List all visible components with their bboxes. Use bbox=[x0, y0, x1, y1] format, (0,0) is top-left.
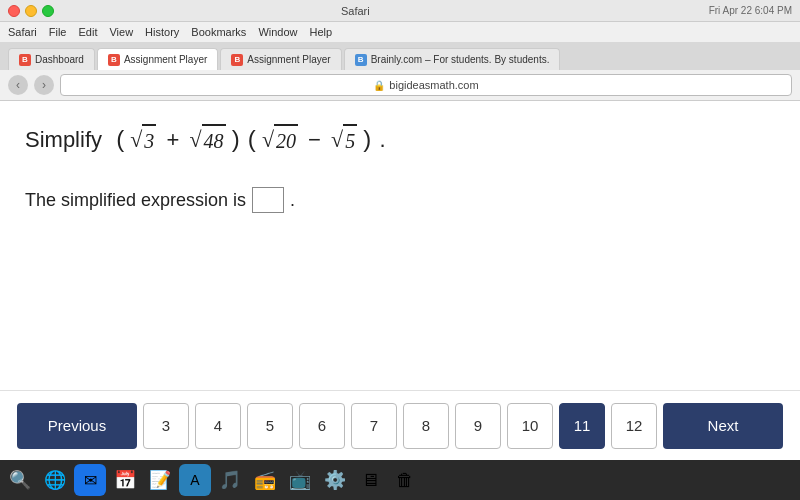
tab-assignment-1[interactable]: B Assignment Player bbox=[97, 48, 218, 70]
title-bar: Safari Fri Apr 22 6:04 PM bbox=[0, 0, 800, 22]
dock-trash[interactable]: 🗑 bbox=[389, 464, 421, 496]
back-button[interactable]: ‹ bbox=[8, 75, 28, 95]
menu-edit[interactable]: Edit bbox=[78, 26, 97, 38]
address-bar-row: ‹ › 🔒 bigideasmath.com bbox=[0, 70, 800, 100]
menu-bookmarks[interactable]: Bookmarks bbox=[191, 26, 246, 38]
next-button[interactable]: Next bbox=[663, 403, 783, 449]
page-btn-9[interactable]: 9 bbox=[455, 403, 501, 449]
previous-button[interactable]: Previous bbox=[17, 403, 137, 449]
dock: 🔍 🌐 ✉ 📅 📝 A 🎵 📻 📺 ⚙️ 🖥 🗑 bbox=[0, 460, 800, 500]
tab-label-dashboard: Dashboard bbox=[35, 54, 84, 65]
problem-statement: Simplify ( √3 + √48 ) ( √20 − √5 ) . bbox=[25, 121, 775, 157]
tab-label-assignment-2: Assignment Player bbox=[247, 54, 330, 65]
tab-assignment-2[interactable]: B Assignment Player bbox=[220, 48, 341, 70]
answer-input[interactable] bbox=[252, 187, 284, 213]
dock-finder[interactable]: 🔍 bbox=[4, 464, 36, 496]
menu-bar-icons: Fri Apr 22 6:04 PM bbox=[709, 5, 792, 16]
tab-label-brainly: Brainly.com – For students. By students. bbox=[371, 54, 550, 65]
address-bar[interactable]: 🔒 bigideasmath.com bbox=[60, 74, 792, 96]
sqrt-3: √3 bbox=[130, 123, 156, 156]
lock-icon: 🔒 bbox=[373, 80, 385, 91]
close-button[interactable] bbox=[8, 5, 20, 17]
menu-window[interactable]: Window bbox=[258, 26, 297, 38]
dock-safari[interactable]: 🌐 bbox=[39, 464, 71, 496]
app-name: Safari bbox=[341, 5, 370, 17]
tab-icon-assignment-2: B bbox=[231, 54, 243, 66]
minimize-button[interactable] bbox=[25, 5, 37, 17]
menu-bar: Safari File Edit View History Bookmarks … bbox=[0, 22, 800, 42]
problem-prefix: Simplify bbox=[25, 127, 102, 152]
main-content: Simplify ( √3 + √48 ) ( √20 − √5 ) . bbox=[0, 101, 800, 390]
dock-music[interactable]: 🎵 bbox=[214, 464, 246, 496]
page-btn-4[interactable]: 4 bbox=[195, 403, 241, 449]
page-btn-5[interactable]: 5 bbox=[247, 403, 293, 449]
answer-line: The simplified expression is . bbox=[25, 187, 775, 213]
page-btn-7[interactable]: 7 bbox=[351, 403, 397, 449]
url-display: bigideasmath.com bbox=[389, 79, 478, 91]
math-expression: ( √3 + √48 ) ( √20 − √5 ) . bbox=[116, 127, 385, 152]
dock-systemprefs[interactable]: ⚙️ bbox=[319, 464, 351, 496]
tab-label-assignment-1: Assignment Player bbox=[124, 54, 207, 65]
dock-terminal[interactable]: 🖥 bbox=[354, 464, 386, 496]
page-btn-10[interactable]: 10 bbox=[507, 403, 553, 449]
dock-calendar[interactable]: 📅 bbox=[109, 464, 141, 496]
dock-appstore[interactable]: A bbox=[179, 464, 211, 496]
page-btn-6[interactable]: 6 bbox=[299, 403, 345, 449]
answer-prefix: The simplified expression is bbox=[25, 190, 246, 211]
menu-safari[interactable]: Safari bbox=[8, 26, 37, 38]
window-title: Safari bbox=[62, 5, 649, 17]
traffic-lights bbox=[8, 5, 54, 17]
menu-file[interactable]: File bbox=[49, 26, 67, 38]
menu-history[interactable]: History bbox=[145, 26, 179, 38]
tab-brainly[interactable]: B Brainly.com – For students. By student… bbox=[344, 48, 561, 70]
answer-suffix: . bbox=[290, 190, 295, 211]
forward-button[interactable]: › bbox=[34, 75, 54, 95]
bottom-navigation: Previous 3 4 5 6 7 8 9 10 11 12 Next bbox=[0, 390, 800, 460]
page-btn-11[interactable]: 11 bbox=[559, 403, 605, 449]
tab-icon-brainly: B bbox=[355, 54, 367, 66]
menu-help[interactable]: Help bbox=[310, 26, 333, 38]
tab-icon-assignment-1: B bbox=[108, 54, 120, 66]
dock-mail[interactable]: ✉ bbox=[74, 464, 106, 496]
tab-icon-dashboard: B bbox=[19, 54, 31, 66]
datetime-display: Fri Apr 22 6:04 PM bbox=[709, 5, 792, 16]
browser-chrome: Safari File Edit View History Bookmarks … bbox=[0, 22, 800, 101]
dock-notes[interactable]: 📝 bbox=[144, 464, 176, 496]
tab-dashboard[interactable]: B Dashboard bbox=[8, 48, 95, 70]
page-btn-12[interactable]: 12 bbox=[611, 403, 657, 449]
menu-view[interactable]: View bbox=[109, 26, 133, 38]
dock-podcasts[interactable]: 📻 bbox=[249, 464, 281, 496]
tab-bar: B Dashboard B Assignment Player B Assign… bbox=[0, 42, 800, 70]
page-btn-8[interactable]: 8 bbox=[403, 403, 449, 449]
maximize-button[interactable] bbox=[42, 5, 54, 17]
sqrt-5: √5 bbox=[331, 123, 357, 156]
dock-tv[interactable]: 📺 bbox=[284, 464, 316, 496]
sqrt-48: √48 bbox=[189, 123, 225, 156]
sqrt-20: √20 bbox=[262, 123, 298, 156]
page-btn-3[interactable]: 3 bbox=[143, 403, 189, 449]
